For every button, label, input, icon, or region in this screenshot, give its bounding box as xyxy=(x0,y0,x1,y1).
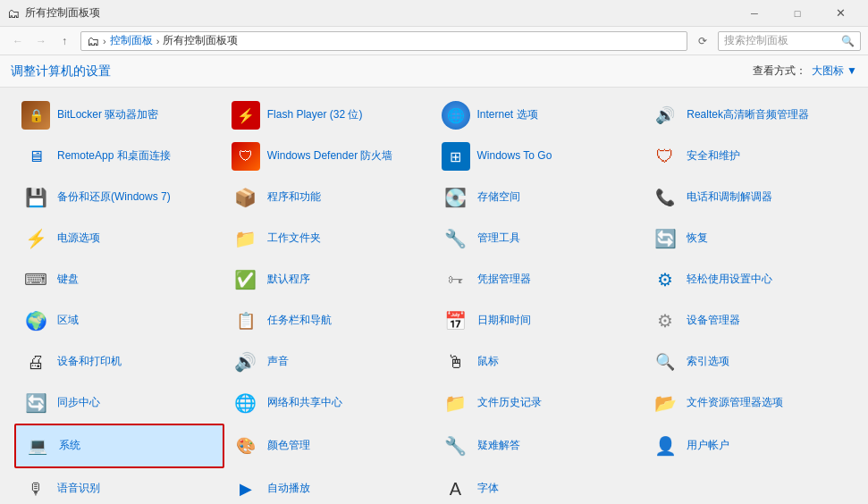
label-backup: 备份和还原(Windows 7) xyxy=(57,190,171,205)
cp-item-windowstogo[interactable]: ⊞Windows To Go xyxy=(434,136,645,177)
icon-devices: ⚙ xyxy=(651,307,679,335)
label-devices: 设备管理器 xyxy=(687,314,740,328)
breadcrumb-sep2: › xyxy=(156,36,160,46)
cp-item-sync[interactable]: 🔄同步中心 xyxy=(14,382,224,424)
search-placeholder: 搜索控制面板 xyxy=(724,33,788,48)
cp-item-default[interactable]: ✅默认程序 xyxy=(224,259,434,300)
icon-fileexplorer: 📂 xyxy=(651,389,679,417)
label-windowstogo: Windows To Go xyxy=(477,149,552,164)
cp-item-ease[interactable]: ⚙轻松使用设置中心 xyxy=(644,259,854,300)
cp-item-flash[interactable]: ⚡Flash Player (32 位) xyxy=(224,95,434,136)
toolbar-right: 查看方式： 大图标 ▼ xyxy=(753,63,857,79)
view-mode-button[interactable]: 大图标 ▼ xyxy=(812,63,857,79)
icon-programs: 📦 xyxy=(232,183,260,212)
cp-item-security[interactable]: 🛡安全和维护 xyxy=(644,136,854,177)
cp-item-tools[interactable]: 🔧管理工具 xyxy=(434,218,645,259)
icon-printer: 🖨 xyxy=(21,348,50,376)
icon-trouble: 🔧 xyxy=(442,432,470,460)
toolbar: 调整计算机的设置 查看方式： 大图标 ▼ xyxy=(0,55,868,88)
cp-item-taskbar[interactable]: 📋任务栏和导航 xyxy=(224,300,434,341)
search-icon: 🔍 xyxy=(841,35,855,47)
cp-item-credentials[interactable]: 🗝凭据管理器 xyxy=(434,259,645,300)
search-box[interactable]: 搜索控制面板 🔍 xyxy=(718,31,861,51)
label-index: 索引选项 xyxy=(687,355,729,369)
label-network: 网络和共享中心 xyxy=(267,396,342,410)
icon-sync: 🔄 xyxy=(21,389,50,417)
icon-phone: 📞 xyxy=(651,183,679,212)
cp-item-trouble[interactable]: 🔧疑难解答 xyxy=(434,424,645,468)
maximize-button[interactable]: □ xyxy=(777,0,818,27)
label-system: 系统 xyxy=(59,439,80,453)
label-autoplay: 自动播放 xyxy=(267,482,310,496)
icon-power: ⚡ xyxy=(21,224,50,253)
cp-item-speech[interactable]: 🎙语音识别 xyxy=(14,468,224,504)
icon-flash: ⚡ xyxy=(232,101,260,130)
icon-windowstogo: ⊞ xyxy=(442,142,470,171)
address-path[interactable]: 🗂 › 控制面板 › 所有控制面板项 xyxy=(80,31,687,51)
cp-item-power[interactable]: ⚡电源选项 xyxy=(14,218,224,259)
toolbar-title: 调整计算机的设置 xyxy=(11,63,111,80)
back-button[interactable]: ← xyxy=(7,30,29,52)
label-default: 默认程序 xyxy=(267,273,310,287)
cp-item-region[interactable]: 🌍区域 xyxy=(14,300,224,341)
label-bitlocker: BitLocker 驱动器加密 xyxy=(57,108,158,122)
cp-item-autoplay[interactable]: ▶自动播放 xyxy=(224,468,434,504)
cp-item-font[interactable]: A字体 xyxy=(434,468,645,504)
cp-item-system[interactable]: 💻系统 xyxy=(14,424,224,468)
cp-item-datetime[interactable]: 📅日期和时间 xyxy=(434,300,645,341)
label-flash: Flash Player (32 位) xyxy=(267,108,363,122)
icon-backup: 💾 xyxy=(21,183,50,212)
label-storage: 存储空间 xyxy=(477,190,520,205)
minimize-button[interactable]: ─ xyxy=(734,0,775,27)
label-realtek: Realtek高清晰音频管理器 xyxy=(687,108,809,122)
label-ease: 轻松使用设置中心 xyxy=(687,273,772,287)
cp-item-realtek[interactable]: 🔊Realtek高清晰音频管理器 xyxy=(644,95,854,136)
label-remoteapp: RemoteApp 和桌面连接 xyxy=(57,149,171,164)
label-programs: 程序和功能 xyxy=(267,190,321,205)
label-defender: Windows Defender 防火墙 xyxy=(267,149,393,164)
cp-item-backup[interactable]: 💾备份和还原(Windows 7) xyxy=(14,177,224,218)
cp-item-remoteapp[interactable]: 🖥RemoteApp 和桌面连接 xyxy=(14,136,224,177)
cp-item-defender[interactable]: 🛡Windows Defender 防火墙 xyxy=(224,136,434,177)
icon-font: A xyxy=(442,475,470,503)
forward-button[interactable]: → xyxy=(30,30,52,52)
cp-item-recovery[interactable]: 🔄恢复 xyxy=(644,218,854,259)
path-icon: 🗂 xyxy=(87,34,99,48)
breadcrumb-allitems: 所有控制面板项 xyxy=(163,33,238,48)
cp-item-bitlocker[interactable]: 🔒BitLocker 驱动器加密 xyxy=(14,95,224,136)
icon-ease: ⚙ xyxy=(651,265,679,294)
label-color: 颜色管理 xyxy=(267,439,310,453)
cp-item-workfolder[interactable]: 📁工作文件夹 xyxy=(224,218,434,259)
icon-storage: 💽 xyxy=(442,183,470,212)
label-mouse: 鼠标 xyxy=(477,355,499,369)
cp-item-keyboard[interactable]: ⌨键盘 xyxy=(14,259,224,300)
cp-item-internet[interactable]: 🌐Internet 选项 xyxy=(434,95,645,136)
cp-item-phone[interactable]: 📞电话和调制解调器 xyxy=(644,177,854,218)
icon-sound: 🔊 xyxy=(232,348,260,376)
icon-internet: 🌐 xyxy=(442,101,470,130)
up-button[interactable]: ↑ xyxy=(54,30,75,52)
cp-item-filehistory[interactable]: 📁文件历史记录 xyxy=(434,382,645,424)
cp-item-network[interactable]: 🌐网络和共享中心 xyxy=(224,382,434,424)
label-datetime: 日期和时间 xyxy=(477,314,531,328)
cp-item-sound[interactable]: 🔊声音 xyxy=(224,341,434,382)
icon-useraccount: 👤 xyxy=(651,432,679,460)
cp-item-index[interactable]: 🔍索引选项 xyxy=(644,341,854,382)
cp-item-useraccount[interactable]: 👤用户帐户 xyxy=(644,424,854,468)
cp-item-programs[interactable]: 📦程序和功能 xyxy=(224,177,434,218)
nav-buttons: ← → ↑ xyxy=(7,30,75,52)
label-sound: 声音 xyxy=(267,355,289,369)
cp-item-storage[interactable]: 💽存储空间 xyxy=(434,177,645,218)
icon-remoteapp: 🖥 xyxy=(21,142,50,171)
cp-item-color[interactable]: 🎨颜色管理 xyxy=(224,424,434,468)
cp-item-fileexplorer[interactable]: 📂文件资源管理器选项 xyxy=(644,382,854,424)
cp-item-printer[interactable]: 🖨设备和打印机 xyxy=(14,341,224,382)
refresh-button[interactable]: ⟳ xyxy=(693,31,712,51)
cp-item-devices[interactable]: ⚙设备管理器 xyxy=(644,300,854,341)
icon-datetime: 📅 xyxy=(442,307,470,335)
icon-realtek: 🔊 xyxy=(651,101,679,130)
close-button[interactable]: ✕ xyxy=(820,0,861,27)
label-internet: Internet 选项 xyxy=(477,108,538,122)
cp-item-mouse[interactable]: 🖱鼠标 xyxy=(434,341,645,382)
breadcrumb-controlpanel[interactable]: 控制面板 xyxy=(110,33,153,48)
